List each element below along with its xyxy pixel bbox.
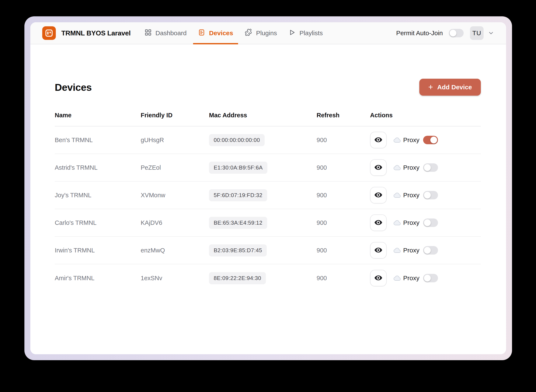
devices-table: Name Friendly ID Mac Address Refresh Act… xyxy=(55,112,481,292)
cloud-icon xyxy=(393,220,401,226)
app-logo-icon xyxy=(42,26,56,40)
device-actions: Proxy xyxy=(370,187,481,203)
device-name: Carlo's TRMNL xyxy=(55,219,141,226)
proxy-toggle[interactable] xyxy=(423,136,438,144)
device-refresh: 900 xyxy=(317,275,370,282)
page-header: Devices + Add Device xyxy=(55,79,481,96)
device-mac: 5F:6D:07:19:FD:32 xyxy=(209,189,267,201)
device-mac: 00:00:00:00:00:00 xyxy=(209,134,265,146)
proxy-toggle[interactable] xyxy=(423,191,438,199)
device-name: Amir's TRMNL xyxy=(55,275,141,282)
device-actions: Proxy xyxy=(370,132,481,148)
device-friendly-id: KAjDV6 xyxy=(141,219,209,226)
view-device-button[interactable] xyxy=(370,187,387,203)
view-device-button[interactable] xyxy=(370,159,387,176)
eye-icon xyxy=(374,191,383,200)
view-device-button[interactable] xyxy=(370,215,387,231)
device-friendly-id: PeZEol xyxy=(141,164,209,171)
app-window-content: TRMNL BYOS Laravel Dashboard xyxy=(30,22,506,354)
main-nav: Dashboard Devices xyxy=(139,22,329,44)
view-device-button[interactable] xyxy=(370,270,387,286)
col-header-actions: Actions xyxy=(370,112,481,119)
col-header-refresh: Refresh xyxy=(317,112,370,119)
col-header-mac-address: Mac Address xyxy=(209,112,317,119)
table-row: Ben's TRMNL gUHsgR 00:00:00:00:00:00 900 xyxy=(55,126,481,154)
table-row: Irwin's TRMNL enzMwQ B2:03:9E:85:D7:45 9… xyxy=(55,237,481,264)
nav-item-label: Devices xyxy=(209,29,233,37)
table-row: Carlo's TRMNL KAjDV6 BE:65:3A:E4:59:12 9… xyxy=(55,209,481,237)
permit-auto-join-label: Permit Auto-Join xyxy=(396,29,443,37)
toggle-knob xyxy=(424,219,431,226)
device-name: Joy's TRMNL xyxy=(55,192,141,199)
col-header-name: Name xyxy=(55,112,141,119)
table-row: Joy's TRMNL XVMonw 5F:6D:07:19:FD:32 900 xyxy=(55,182,481,209)
eye-icon xyxy=(374,218,383,228)
table-row: Astrid's TRMNL PeZEol E1:30:0A:B9:5F:6A … xyxy=(55,154,481,182)
table-row: Amir's TRMNL 1exSNv 8E:09:22:2E:94:30 90… xyxy=(55,264,481,292)
puzzle-icon xyxy=(245,29,252,38)
nav-item-label: Dashboard xyxy=(155,29,187,37)
proxy-label: Proxy xyxy=(403,191,419,199)
device-list-icon xyxy=(198,29,205,37)
toggle-knob xyxy=(424,164,431,171)
proxy-label: Proxy xyxy=(403,247,419,254)
device-refresh: 900 xyxy=(317,192,370,199)
eye-icon xyxy=(374,246,383,255)
play-icon xyxy=(288,29,296,37)
nav-item-label: Playlists xyxy=(299,29,323,37)
proxy-label: Proxy xyxy=(403,164,419,171)
nav-item-label: Plugins xyxy=(256,29,277,37)
device-mac: B2:03:9E:85:D7:45 xyxy=(209,244,267,257)
device-name: Irwin's TRMNL xyxy=(55,247,141,254)
navbar-right: Permit Auto-Join TU xyxy=(396,26,494,40)
cloud-icon xyxy=(393,192,401,198)
proxy-toggle[interactable] xyxy=(423,163,438,172)
user-avatar[interactable]: TU xyxy=(470,26,484,40)
device-refresh: 900 xyxy=(317,137,370,144)
app-window: TRMNL BYOS Laravel Dashboard xyxy=(24,16,512,360)
app-title: TRMNL BYOS Laravel xyxy=(61,29,131,37)
device-refresh: 900 xyxy=(317,164,370,171)
eye-icon xyxy=(374,135,383,145)
device-mac: BE:65:3A:E4:59:12 xyxy=(209,217,267,229)
table-body: Ben's TRMNL gUHsgR 00:00:00:00:00:00 900 xyxy=(55,126,481,292)
device-friendly-id: enzMwQ xyxy=(141,247,209,254)
device-friendly-id: 1exSNv xyxy=(141,275,209,282)
view-device-button[interactable] xyxy=(370,132,387,148)
toggle-knob xyxy=(424,192,431,199)
device-name: Astrid's TRMNL xyxy=(55,164,141,171)
toggle-knob xyxy=(424,247,431,254)
device-actions: Proxy xyxy=(370,242,481,259)
eye-icon xyxy=(374,163,383,173)
device-actions: Proxy xyxy=(370,215,481,231)
proxy-label: Proxy xyxy=(403,136,419,144)
device-actions: Proxy xyxy=(370,270,481,286)
page-title: Devices xyxy=(55,81,92,93)
add-device-label: Add Device xyxy=(437,84,472,91)
device-mac: E1:30:0A:B9:5F:6A xyxy=(209,162,267,174)
toggle-knob xyxy=(424,275,431,281)
col-header-friendly-id: Friendly ID xyxy=(141,112,209,119)
view-device-button[interactable] xyxy=(370,242,387,259)
plus-icon: + xyxy=(428,83,433,91)
nav-item-dashboard[interactable]: Dashboard xyxy=(139,22,193,44)
add-device-button[interactable]: + Add Device xyxy=(419,79,481,96)
device-mac: 8E:09:22:2E:94:30 xyxy=(209,272,266,284)
permit-auto-join-toggle[interactable] xyxy=(449,29,464,37)
proxy-toggle[interactable] xyxy=(423,246,438,255)
cloud-icon xyxy=(393,165,401,171)
proxy-toggle[interactable] xyxy=(423,274,438,282)
proxy-label: Proxy xyxy=(403,219,419,226)
device-actions: Proxy xyxy=(370,159,481,176)
nav-item-playlists[interactable]: Playlists xyxy=(283,22,329,44)
nav-item-plugins[interactable]: Plugins xyxy=(239,22,283,44)
chevron-down-icon[interactable] xyxy=(488,30,494,36)
device-refresh: 900 xyxy=(317,219,370,226)
navbar: TRMNL BYOS Laravel Dashboard xyxy=(30,22,506,44)
nav-item-devices[interactable]: Devices xyxy=(192,22,239,44)
proxy-label: Proxy xyxy=(403,275,419,282)
proxy-toggle[interactable] xyxy=(423,219,438,227)
main-content: Devices + Add Device Name Friendly ID Ma… xyxy=(30,44,506,354)
table-header-row: Name Friendly ID Mac Address Refresh Act… xyxy=(55,112,481,126)
device-name: Ben's TRMNL xyxy=(55,137,141,144)
